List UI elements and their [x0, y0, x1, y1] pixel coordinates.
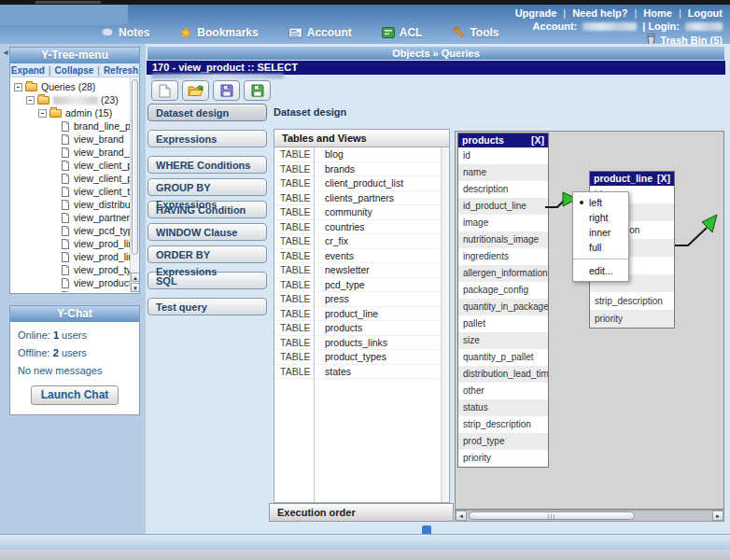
table-column[interactable]: quantity_p_pallet — [458, 349, 548, 366]
table-row[interactable]: TABLE products — [274, 321, 449, 336]
hscrollbar-thumb[interactable] — [469, 511, 635, 520]
join-menu-item[interactable]: right — [573, 210, 628, 225]
tree-action-link[interactable]: Expand — [11, 65, 55, 76]
nav-item-notes[interactable]: Notes — [101, 26, 149, 39]
tree-item[interactable]: admin (15) — [10, 106, 139, 119]
table-row[interactable]: TABLE community — [274, 205, 449, 220]
table-row[interactable]: TABLE pcd_type — [274, 278, 449, 293]
launch-chat-button[interactable]: Launch Chat — [31, 385, 119, 405]
section-button[interactable]: WINDOW Clause — [147, 223, 267, 241]
tree-item[interactable]: view_distributor_ty — [10, 198, 139, 211]
table-row[interactable]: TABLE product_line — [274, 307, 449, 322]
scroll-right-icon[interactable]: ► — [712, 511, 723, 521]
tree-item[interactable]: view_prod_line_so — [10, 250, 139, 263]
scroll-up-icon[interactable]: ▲ — [131, 273, 139, 282]
save-query-button[interactable] — [213, 80, 240, 101]
table-column[interactable]: other — [458, 383, 548, 399]
table-column[interactable]: description — [458, 181, 548, 198]
tree-action-link[interactable]: Collapse — [55, 65, 104, 76]
tree-item[interactable]: view_prod_line — [10, 237, 139, 250]
join-menu-item[interactable]: full — [573, 240, 628, 255]
new-query-button[interactable] — [151, 80, 178, 101]
section-button[interactable]: HAVING Condition — [147, 201, 267, 218]
section-button[interactable]: Dataset design — [147, 104, 267, 121]
table-row[interactable]: TABLE brands — [274, 162, 449, 177]
nav-item-bookmarks[interactable]: Bookmarks — [179, 26, 258, 39]
tree-item[interactable]: view_pcd_type — [10, 224, 139, 237]
table-row[interactable]: TABLE events — [274, 249, 449, 264]
section-button[interactable]: GROUP BY Expressions — [147, 178, 267, 196]
table-column[interactable]: image — [458, 215, 548, 231]
table-column[interactable]: ingredients — [458, 248, 548, 265]
tree-toggle-icon[interactable] — [26, 96, 35, 105]
tree-toggle-icon[interactable] — [38, 109, 47, 118]
tables-scrollbar[interactable] — [441, 147, 449, 502]
tree-item[interactable]: Queries (28) — [10, 80, 139, 93]
close-table-icon[interactable]: [X] — [531, 133, 544, 147]
table-column[interactable]: priority — [590, 310, 674, 328]
table-column[interactable]: status — [458, 399, 548, 416]
table-column[interactable]: quantity_in_package — [458, 299, 548, 315]
tree-item[interactable]: (23) — [10, 93, 139, 106]
scroll-left-icon[interactable]: ◄ — [456, 511, 467, 521]
open-query-button[interactable] — [182, 80, 209, 101]
join-menu-edit[interactable]: edit... — [573, 263, 628, 278]
collapse-sidebar-icon[interactable]: ◄ — [2, 49, 9, 57]
scroll-down-icon[interactable]: ▼ — [131, 283, 139, 292]
tree-item[interactable]: view_brand — [10, 133, 139, 146]
nav-item-account[interactable]: Account — [288, 26, 352, 39]
tree-item[interactable]: view_brand_sort — [10, 146, 139, 159]
section-button[interactable]: Test query — [147, 298, 267, 315]
product-line-table-header[interactable]: product_line [X] — [590, 172, 674, 186]
tree-item[interactable]: view_prod_type — [10, 263, 139, 276]
table-column[interactable]: nutritionals_image — [458, 231, 548, 248]
tree-scrollbar-thumb[interactable] — [132, 79, 138, 255]
table-column[interactable]: strip_description — [458, 416, 548, 433]
tree-item[interactable]: view_client_partne — [10, 172, 139, 185]
top-link[interactable]: Need help? — [572, 7, 643, 19]
close-table-icon[interactable]: [X] — [657, 172, 670, 186]
nav-item-acl[interactable]: ACL — [382, 26, 423, 39]
join-menu-item[interactable]: left — [573, 195, 628, 210]
products-table-header[interactable]: products [X] — [458, 133, 548, 147]
table-column[interactable]: allergen_information — [458, 265, 548, 282]
table-column[interactable]: id — [458, 147, 548, 164]
section-button[interactable]: ORDER BY Expressions — [147, 245, 267, 263]
tree-item[interactable]: view_product — [10, 276, 139, 289]
join-menu-item[interactable]: inner — [573, 225, 628, 240]
top-link[interactable]: Logout — [688, 7, 723, 19]
table-row[interactable]: TABLE clients_partners — [274, 191, 449, 206]
table-column[interactable]: prod_type — [458, 433, 548, 450]
table-row[interactable]: TABLE client_product_list — [274, 176, 449, 191]
execution-order-bar[interactable]: Execution order — [269, 503, 454, 522]
table-row[interactable]: TABLE product_types — [274, 350, 449, 365]
tree-action-link[interactable]: Refresh — [104, 65, 138, 76]
tree-item[interactable]: view_partner_type — [10, 211, 139, 224]
table-column[interactable]: pallet — [458, 315, 548, 332]
diagram-table-products[interactable]: products [X] idnamedescriptionid_product… — [457, 133, 549, 468]
tree-item[interactable]: view_client_partne — [10, 159, 139, 172]
tree-toggle-icon[interactable] — [14, 83, 22, 91]
table-column[interactable]: priority — [458, 450, 548, 467]
table-row[interactable]: TABLE blog — [274, 147, 449, 162]
table-column[interactable]: package_config — [458, 282, 548, 299]
table-column[interactable]: strip_description — [590, 292, 674, 310]
tree-item[interactable]: brand_line_prod — [10, 119, 139, 133]
table-row[interactable]: TABLE cr_fix — [274, 234, 449, 249]
top-link[interactable]: Upgrade — [515, 7, 572, 19]
tree-item[interactable] — [10, 289, 139, 292]
table-column[interactable]: distribution_lead_time — [458, 366, 548, 383]
table-column[interactable]: name — [458, 164, 548, 181]
table-row[interactable]: TABLE newsletter — [274, 263, 449, 278]
diagram-canvas[interactable]: products [X] idnamedescriptionid_product… — [455, 131, 724, 510]
top-link[interactable]: Home — [643, 7, 687, 19]
section-button[interactable]: WHERE Conditions — [147, 156, 267, 174]
table-column[interactable]: size — [458, 332, 548, 349]
tree-scrollbar[interactable]: ▲ ▼ — [130, 77, 139, 292]
table-row[interactable]: TABLE states — [274, 365, 449, 380]
table-row[interactable]: TABLE products_links — [274, 336, 449, 351]
tree-item[interactable]: view_client_type — [10, 185, 139, 198]
diagram-hscrollbar[interactable]: ◄ ► — [455, 510, 724, 522]
nav-item-tools[interactable]: Tools — [452, 26, 498, 39]
section-button[interactable]: Expressions — [147, 130, 267, 147]
